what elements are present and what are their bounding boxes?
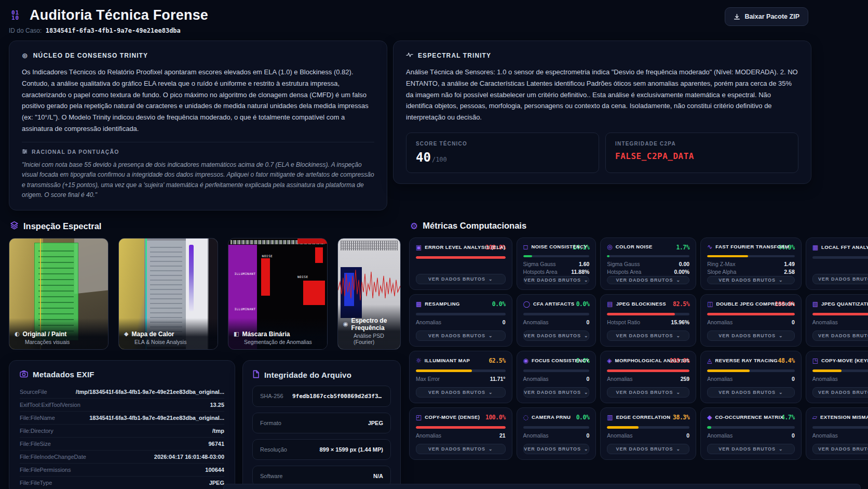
metric-subrow: Anomalias0 [812,319,868,326]
colorbar [189,245,194,311]
metric-subrow: Sigma Gauss0.00 [607,260,689,268]
metric-card: ▦ LOCAL FFT ANALYSIS 0.0% VER DADOS BRUT… [806,237,868,290]
metric-card: ◻ NOISE CONSISTENCY 14.1% Sigma Gauss1.6… [517,237,596,290]
metric-subrows: Anomalias0 [607,432,689,440]
metric-icon: ▤ [607,300,613,308]
metric-progressbar [812,313,868,315]
metric-subrow: Hotspot Ratio15.96% [607,319,689,326]
metric-sub-value: 0 [686,432,689,440]
metric-subrow: Anomalias0 [523,319,590,326]
metric-sub-label: Anomalias [523,319,549,326]
metric-icon: ▩ [416,300,422,308]
exif-row: File:FileSize96741 [20,438,224,451]
metric-card: ▩ RESAMPLING 0.0% Anomalias0 VER DADOS B… [409,294,512,347]
ver-dados-brutos-button[interactable]: VER DADOS BRUTOS ⌄ [707,331,795,341]
metric-progressbar [707,369,795,372]
metric-icon: ∿ [707,243,712,250]
ver-dados-brutos-button[interactable]: VER DADOS BRUTOS ⌄ [523,387,590,398]
metric-sub-value: 15.96% [671,319,690,326]
ver-dados-brutos-button[interactable]: VER DADOS BRUTOS ⌄ [416,387,506,398]
ver-dados-brutos-label: VER DADOS BRUTOS [524,446,581,452]
pulse-icon [406,51,413,60]
exif-value: 13.25 [210,402,224,408]
ver-dados-brutos-button[interactable]: VER DADOS BRUTOS ⌄ [812,444,868,454]
ver-dados-brutos-label: VER DADOS BRUTOS [524,333,581,338]
thumbnail-binary-mask[interactable]: ILLUMINANT ILLUMINANT NOISE NOISE ◧Másca… [228,238,328,350]
metric-card: ▤ JPEG BLOCKINESS 82.5% Hotspot Ratio15.… [600,294,696,347]
inspection-title: Inspeção Espectral [23,221,101,231]
metric-icon: ▧ [812,300,818,308]
metric-icon: ☼ [416,357,422,364]
ver-dados-brutos-button[interactable]: VER DADOS BRUTOS ⌄ [707,444,795,454]
ver-dados-brutos-label: VER DADOS BRUTOS [616,446,673,452]
metric-card: ▣ ERROR LEVEL ANALYSIS (ELA) 100.0% VER … [409,237,512,290]
ver-dados-brutos-button[interactable]: VER DADOS BRUTOS ⌄ [812,387,868,398]
ver-dados-brutos-label: VER DADOS BRUTOS [818,390,868,395]
ver-dados-brutos-label: VER DADOS BRUTOS [616,390,673,395]
ver-dados-brutos-button[interactable]: VER DADOS BRUTOS ⌄ [607,276,689,284]
chevron-down-icon: ⌄ [779,279,783,282]
metric-subrow: Anomalias0 [523,432,590,440]
c2pa-label: INTEGRIDADE C2PA [615,141,789,147]
thumb-art [74,238,108,294]
ver-dados-brutos-button[interactable]: VER DADOS BRUTOS ⌄ [523,331,590,341]
metrics-title: Métricas Computacionais [423,221,526,231]
metric-value: 1.7% [676,244,689,251]
metric-subrows: Anomalias0 [707,319,795,326]
ver-dados-brutos-button[interactable]: VER DADOS BRUTOS ⌄ [607,387,689,398]
metric-sub-label: Anomalias [523,375,549,383]
ver-dados-brutos-label: VER DADOS BRUTOS [718,446,776,452]
bottom-panel-edge[interactable] [223,484,861,489]
metrics-grid: ▣ ERROR LEVEL ANALYSIS (ELA) 100.0% VER … [409,237,859,460]
ver-dados-brutos-button[interactable]: VER DADOS BRUTOS ⌄ [416,331,506,341]
ver-dados-brutos-button[interactable]: VER DADOS BRUTOS ⌄ [812,331,868,341]
ver-dados-brutos-button[interactable]: VER DADOS BRUTOS ⌄ [707,387,795,398]
ver-dados-brutos-button[interactable]: VER DADOS BRUTOS ⌄ [707,276,795,284]
metric-subrows: Hotspot Ratio15.96% [607,319,689,326]
exif-row: File:FileName1834541f-6fa3-4fb1-9a7e-49e… [20,412,224,425]
metric-subrows: Anomalias0 [523,375,590,383]
metric-progressbar [523,369,590,372]
thumbnail-heatmap[interactable]: ◆Mapa de Calor ELA & Noise Analysis [118,238,218,350]
chevron-down-icon: ⌄ [779,334,783,337]
score-total: /100 [432,156,447,163]
ver-dados-brutos-label: VER DADOS BRUTOS [428,446,485,452]
thumbnail-frequency-spectrum[interactable]: ◉Espectro de Frequência Análise PSD (Fou… [337,238,401,350]
metric-card: ◬ REVERSE RAY TRACING 48.4% Anomalias0 V… [700,351,802,403]
exif-key: File:FileInodeChangeDate [20,454,86,460]
metric-value: 62.5% [489,357,505,364]
metric-sub-value: 0 [587,319,590,326]
metric-subrow: Hotspots Area11.88% [523,268,590,276]
ver-dados-brutos-button[interactable]: VER DADOS BRUTOS ⌄ [523,444,590,454]
ver-dados-brutos-button[interactable]: VER DADOS BRUTOS ⌄ [607,444,689,454]
download-zip-label: Baixar Pacote ZIP [744,13,799,20]
ver-dados-brutos-button[interactable]: VER DADOS BRUTOS ⌄ [523,276,590,284]
integrity-row: SHA-2569fedb1867ccb5f00869d2d3f3... [252,386,391,407]
ver-dados-brutos-label: VER DADOS BRUTOS [718,277,776,283]
metric-icon: ◎ [607,243,612,250]
ver-dados-brutos-label: VER DADOS BRUTOS [718,390,776,395]
thumbnail-original-paint[interactable]: ◐Original / Paint Marcações visuais [9,238,108,350]
metric-sub-label: Sigma Gauss [523,260,556,268]
ver-dados-brutos-button[interactable]: VER DADOS BRUTOS ⌄ [416,274,506,284]
case-id-value: 1834541f-6fa3-4fb1-9a7e-49e21ee83dba [46,27,181,34]
ver-dados-brutos-button[interactable]: VER DADOS BRUTOS ⌄ [416,444,506,454]
exif-row: File:FileInodeChangeDate2026:04:17 16:01… [20,451,224,464]
metric-title: CFA ARTIFACTS [533,301,574,307]
metric-progressbar [523,313,590,315]
download-zip-button[interactable]: Baixar Pacote ZIP [725,7,808,26]
ver-dados-brutos-button[interactable]: VER DADOS BRUTOS ⌄ [812,274,868,284]
metric-sub-label: Anomalias [707,319,733,326]
left-column: Inspeção Espectral ◐Original / Paint Mar… [9,219,401,489]
aperture-icon: ◐ [15,331,20,337]
c2pa-box: INTEGRIDADE C2PA FALSE_C2PA_DATA [605,133,798,173]
metric-sub-value: 0.00% [674,268,689,276]
mask-label: NOISE [297,275,308,279]
rationale-icon [22,149,28,155]
integrity-value: 9fedb1867ccb5f00869d2d3f3... [292,393,383,400]
camera-icon [20,370,28,379]
page-title: Auditoria Técnica Forense [30,7,208,23]
ver-dados-brutos-button[interactable]: VER DADOS BRUTOS ⌄ [607,331,689,341]
metric-subrow: Anomalias0 [707,375,795,383]
metric-sub-value: 11.71° [490,375,506,383]
